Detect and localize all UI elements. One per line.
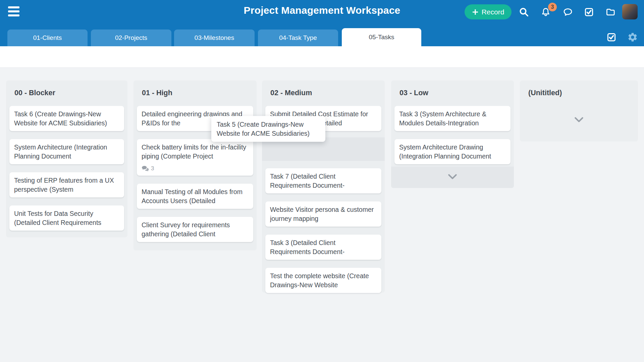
column-title: 02 - Medium — [270, 88, 381, 97]
task-card[interactable]: System Architecture Drawing (Integration… — [394, 139, 511, 164]
kanban-column-high: 01 - High Detailed engineering drawings … — [133, 80, 257, 250]
task-card-title: Client Survey for requirements gathering… — [142, 221, 249, 238]
select-records-check-icon[interactable] — [606, 32, 616, 42]
task-card-title: Task 3 (System Architecture & Modules De… — [399, 110, 506, 127]
task-card[interactable]: Unit Tests for Data Security (Detailed C… — [9, 205, 124, 231]
task-card[interactable]: Task 7 (Detailed Client Requirements Doc… — [265, 168, 381, 193]
task-card[interactable]: Test the complete website (Create Drawin… — [265, 268, 381, 293]
task-card-title: Website Visitor persona & customer journ… — [270, 205, 377, 223]
chat-icon[interactable] — [563, 7, 573, 17]
task-card-title: Unit Tests for Data Security (Detailed C… — [14, 209, 119, 227]
task-card-title: Task 7 (Detailed Client Requirements Doc… — [270, 172, 377, 190]
task-card[interactable]: Website Visitor persona & customer journ… — [265, 201, 381, 227]
chevron-down-icon[interactable] — [574, 116, 584, 125]
tasks-check-icon[interactable] — [584, 7, 594, 17]
tab-02-projects[interactable]: 02-Projects — [91, 29, 171, 46]
add-record-button[interactable]: Record — [465, 4, 512, 19]
user-avatar[interactable] — [622, 4, 638, 19]
tab-03-milestones[interactable]: 03-Milestones — [174, 29, 255, 46]
task-card-title: Test the complete website (Create Drawin… — [270, 272, 377, 289]
folder-icon[interactable] — [605, 7, 615, 17]
task-card[interactable]: Check battery limits for the in-facility… — [137, 139, 253, 176]
task-card-title: System Architecture (Integration Plannin… — [14, 143, 119, 161]
kanban-column-blocker: 00 - Blocker Task 6 (Create Drawings-New… — [6, 80, 127, 237]
plus-icon — [472, 9, 479, 15]
tab-label: 05-Tasks — [369, 34, 394, 41]
column-title: (Unititled) — [528, 88, 635, 97]
tab-05-tasks[interactable]: 05-Tasks — [342, 28, 421, 46]
task-card[interactable]: System Architecture (Integration Plannin… — [9, 139, 124, 164]
task-card[interactable]: Task 3 (System Architecture & Modules De… — [394, 106, 511, 131]
task-card-title: Testing of ERP features from a UX perspe… — [14, 176, 119, 194]
kanban-column-low: 03 - Low Task 3 (System Architecture & M… — [391, 80, 514, 187]
tab-label: 02-Projects — [115, 34, 147, 42]
comments-icon — [142, 166, 149, 172]
notification-count-badge: 3 — [548, 3, 557, 11]
tab-01-clients[interactable]: 01-Clients — [7, 29, 88, 46]
chevron-down-icon[interactable] — [447, 173, 458, 182]
task-card-title: Task 6 (Create Drawings-New Website for … — [14, 110, 119, 127]
task-card-title: Task 3 (Detailed Client Requirements Doc… — [270, 238, 377, 256]
task-card[interactable]: Testing of ERP features from a UX perspe… — [9, 172, 124, 197]
app-header: Project Management Workspace Record 3 — [0, 0, 644, 23]
column-title: 00 - Blocker — [14, 88, 124, 97]
comments-count: 3 — [151, 165, 154, 172]
card-meta-row: 3 — [142, 165, 249, 172]
column-expand-zone — [523, 116, 635, 125]
search-icon[interactable] — [519, 7, 529, 17]
kanban-board: 00 - Blocker Task 6 (Create Drawings-New… — [0, 68, 644, 362]
table-tabs-bar: 01-Clients 02-Projects 03-Milestones 04-… — [0, 23, 644, 46]
task-card-title: Task 5 (Create Drawings-New Website for … — [217, 120, 320, 138]
column-title: 01 - High — [142, 88, 253, 97]
task-card-title: Check battery limits for the in-facility… — [142, 143, 249, 161]
tab-label: 01-Clients — [33, 34, 62, 42]
task-card[interactable]: Task 3 (Detailed Client Requirements Doc… — [265, 235, 381, 260]
workspace-settings-gear-icon[interactable] — [627, 32, 637, 42]
kanban-column-untitled: (Unititled) — [520, 80, 638, 141]
add-record-label: Record — [482, 8, 504, 16]
column-expand-zone — [391, 167, 514, 188]
task-card[interactable]: Client Survey for requirements gathering… — [137, 217, 253, 242]
dragged-task-card[interactable]: Task 5 (Create Drawings-New Website for … — [211, 116, 325, 142]
column-title: 03 - Low — [399, 88, 511, 97]
task-card[interactable]: Manual Testing of all Modules from Accou… — [137, 184, 253, 209]
tab-label: 04-Task Type — [279, 34, 317, 42]
task-card-title: System Architecture Drawing (Integration… — [399, 143, 506, 161]
task-card[interactable]: Task 6 (Create Drawings-New Website for … — [9, 106, 124, 131]
task-card-title: Manual Testing of all Modules from Accou… — [142, 187, 249, 205]
view-toolbar: Views Show/Hide Fields Saved Filters •••… — [0, 46, 644, 68]
tab-label: 03-Milestones — [195, 34, 234, 42]
tab-04-task-type[interactable]: 04-Task Type — [258, 29, 338, 46]
kanban-column-medium: 02 - Medium Submit Detailed Cost Estimat… — [262, 80, 385, 293]
